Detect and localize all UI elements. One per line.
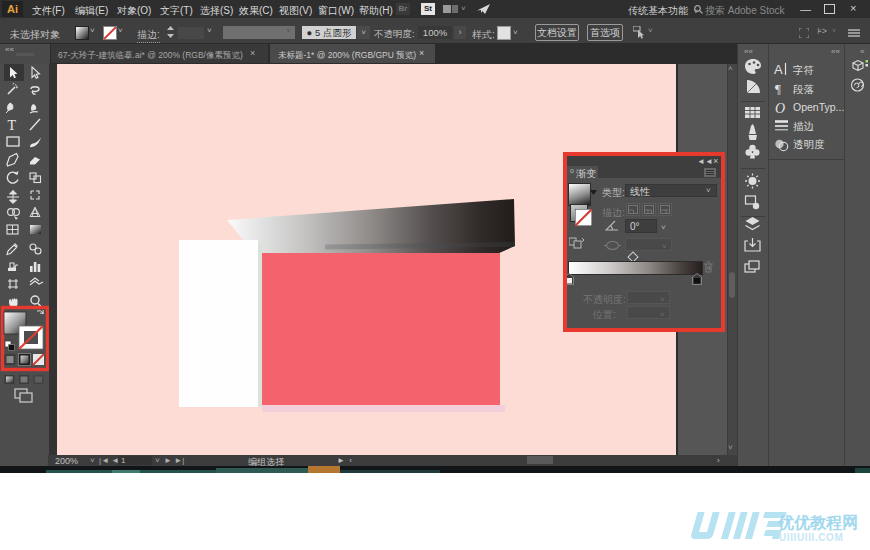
svg-text:A: A (774, 62, 783, 77)
svg-text:O: O (775, 101, 785, 116)
svg-text:¶: ¶ (775, 81, 781, 96)
svg-text:UIIIUIII.COM: UIIIUIII.COM (779, 532, 843, 543)
svg-text:优优教程网: 优优教程网 (777, 514, 858, 531)
svg-text:T: T (8, 118, 17, 133)
